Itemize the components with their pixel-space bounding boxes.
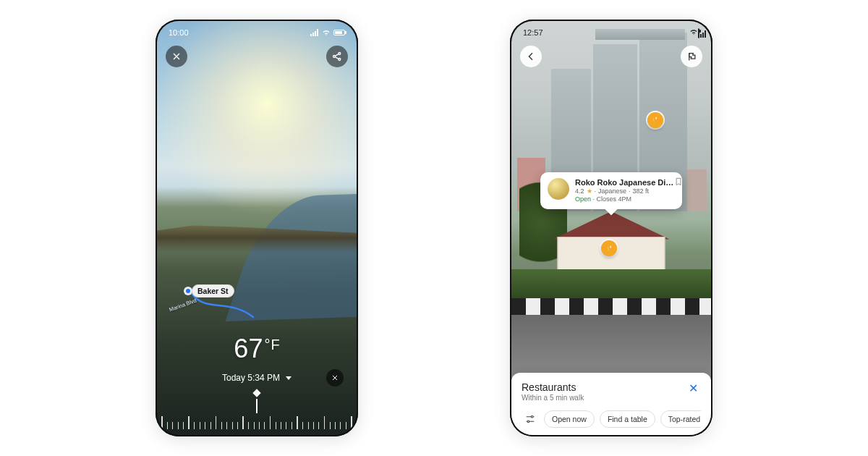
- temperature-value: 67: [234, 334, 263, 363]
- temperature-display: 67°F: [157, 334, 357, 364]
- poi-name: Roko Roko Japanese Di…: [575, 178, 675, 187]
- screen: 12:57 Roko Roko Japanese Di…: [511, 21, 711, 435]
- poi-distance: 382 ft: [633, 187, 650, 195]
- temperature-unit: F: [271, 337, 279, 352]
- poi-open-label: Open: [575, 195, 591, 203]
- route-start-dot: [186, 289, 190, 293]
- filter-chips-row: Open now Find a table Top-rated More: [522, 410, 701, 428]
- poi-rating: 4.2: [575, 187, 584, 195]
- close-icon: [171, 51, 182, 62]
- status-time: 10:00: [169, 28, 189, 37]
- time-selector[interactable]: Today 5:34 PM: [222, 373, 292, 383]
- hedge: [511, 269, 711, 298]
- wifi-icon: [322, 28, 331, 37]
- svg-point-3: [531, 415, 533, 418]
- close-icon: [331, 373, 339, 382]
- meta-separator: ·: [595, 187, 597, 195]
- poi-cuisine: Japanese: [598, 187, 626, 195]
- time-selector-row: Today 5:34 PM: [157, 373, 357, 383]
- star-icon: ★: [587, 187, 592, 195]
- status-bar: 12:57: [511, 25, 711, 40]
- status-time: 12:57: [523, 28, 543, 37]
- sheet-subtitle: Within a 5 min walk: [522, 394, 584, 402]
- poi-meta: 4.2 ★ · Japanese · 382 ft: [575, 187, 675, 195]
- signal-icon: [310, 29, 319, 36]
- poi-thumbnail: [548, 178, 569, 200]
- share-icon: [331, 51, 343, 62]
- close-button[interactable]: [166, 46, 187, 67]
- tune-icon: [524, 413, 536, 425]
- screen: 10:00 Baker St Marina Blvd 67°F: [157, 21, 357, 435]
- wifi-icon: [689, 28, 698, 36]
- stage: 10:00 Baker St Marina Blvd 67°F: [0, 0, 868, 456]
- chip-open-now[interactable]: Open now: [544, 410, 595, 428]
- meta-separator: ·: [629, 187, 631, 195]
- chip-find-table[interactable]: Find a table: [600, 410, 655, 428]
- chevron-down-icon: [286, 376, 292, 380]
- status-icons: [689, 28, 699, 38]
- sheet-close-button[interactable]: ✕: [686, 381, 701, 396]
- flag-icon: [686, 51, 697, 62]
- results-sheet[interactable]: Restaurants Within a 5 min walk ✕ Open n…: [511, 373, 711, 435]
- arrow-left-icon: [525, 51, 537, 62]
- poi-hours: Open · Closes 4PM: [575, 195, 675, 203]
- poi-card[interactable]: Roko Roko Japanese Di… 4.2 ★ · Japanese …: [540, 172, 682, 209]
- svg-point-0: [333, 56, 336, 58]
- curb: [511, 298, 711, 315]
- time-selector-label: Today 5:34 PM: [222, 373, 280, 383]
- svg-point-2: [339, 59, 341, 61]
- report-button[interactable]: [681, 46, 702, 67]
- phone-immersive-view: 10:00 Baker St Marina Blvd 67°F: [156, 20, 358, 436]
- chip-top-rated[interactable]: Top-rated: [660, 410, 701, 428]
- status-icons: [310, 28, 345, 37]
- svg-point-4: [527, 421, 529, 423]
- poi-pin-selected[interactable]: [601, 240, 617, 256]
- battery-icon: [698, 28, 699, 38]
- filter-tune-button[interactable]: [522, 410, 539, 428]
- scrubber-marker[interactable]: [254, 390, 260, 413]
- route-label[interactable]: Baker St: [192, 284, 234, 297]
- back-button[interactable]: [520, 46, 542, 67]
- time-close-button[interactable]: [326, 369, 344, 387]
- route-label-text: Baker St: [192, 284, 234, 297]
- restaurant-icon: [605, 245, 613, 253]
- save-button[interactable]: [673, 177, 684, 187]
- restaurant-icon: [651, 116, 659, 124]
- battery-icon: [333, 30, 345, 35]
- poi-pin[interactable]: [647, 112, 663, 128]
- bookmark-icon: [673, 177, 684, 187]
- time-scrubber[interactable]: [157, 394, 357, 429]
- status-bar: 10:00: [157, 25, 357, 40]
- sheet-title: Restaurants: [522, 381, 584, 393]
- phone-ar-search: 12:57 Roko Roko Japanese Di…: [510, 20, 712, 436]
- degree-symbol: °: [264, 337, 270, 352]
- poi-closes-label: Closes 4PM: [597, 195, 632, 203]
- svg-point-1: [339, 53, 341, 55]
- share-button[interactable]: [326, 46, 348, 67]
